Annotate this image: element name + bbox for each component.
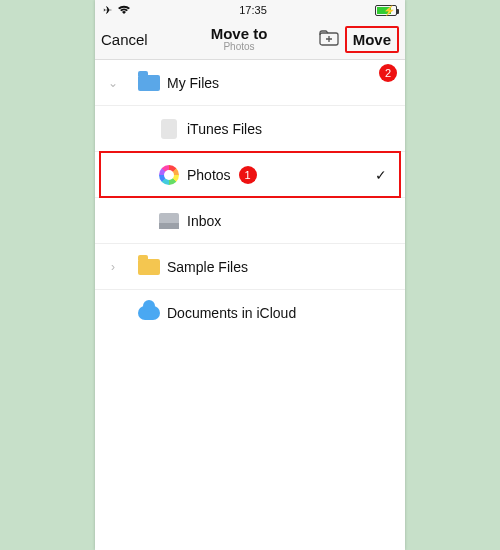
airplane-icon: ✈: [103, 4, 112, 17]
folder-icon: [138, 259, 160, 275]
phone-frame: ✈ 17:35 ⚡ Cancel Move to Photos Move 2: [95, 0, 405, 550]
battery-icon: ⚡: [375, 5, 397, 16]
row-label: iTunes Files: [187, 121, 262, 137]
annotation-badge-1: 1: [239, 166, 257, 184]
chevron-down-icon: ⌄: [108, 76, 118, 90]
row-label: Sample Files: [167, 259, 248, 275]
nav-bar: Cancel Move to Photos Move: [95, 20, 405, 60]
checkmark-icon: ✓: [375, 167, 387, 183]
status-bar: ✈ 17:35 ⚡: [95, 0, 405, 20]
nav-title: Move to: [161, 26, 317, 41]
status-time: 17:35: [239, 4, 267, 16]
folder-icon: [138, 75, 160, 91]
row-icloud[interactable]: Documents in iCloud: [95, 290, 405, 336]
wifi-icon: [117, 4, 131, 17]
itunes-icon: [161, 119, 177, 139]
cloud-icon: [138, 306, 160, 320]
move-button[interactable]: Move: [345, 26, 399, 53]
cancel-button[interactable]: Cancel: [101, 31, 161, 48]
photos-icon: [159, 165, 179, 185]
row-label: Inbox: [187, 213, 221, 229]
chevron-right-icon: ›: [111, 260, 115, 274]
row-itunes-files[interactable]: iTunes Files: [95, 106, 405, 152]
annotation-badge-2: 2: [379, 64, 397, 82]
row-label: Photos: [187, 167, 231, 183]
row-photos[interactable]: Photos 1 ✓: [95, 152, 405, 198]
folder-list: ⌄ My Files iTunes Files Photos 1 ✓ Inbox: [95, 60, 405, 336]
nav-subtitle: Photos: [161, 41, 317, 53]
inbox-icon: [159, 213, 179, 229]
row-sample-files[interactable]: › Sample Files: [95, 244, 405, 290]
new-folder-icon[interactable]: [319, 30, 339, 50]
row-inbox[interactable]: Inbox: [95, 198, 405, 244]
row-label: Documents in iCloud: [167, 305, 296, 321]
row-my-files[interactable]: ⌄ My Files: [95, 60, 405, 106]
row-label: My Files: [167, 75, 219, 91]
